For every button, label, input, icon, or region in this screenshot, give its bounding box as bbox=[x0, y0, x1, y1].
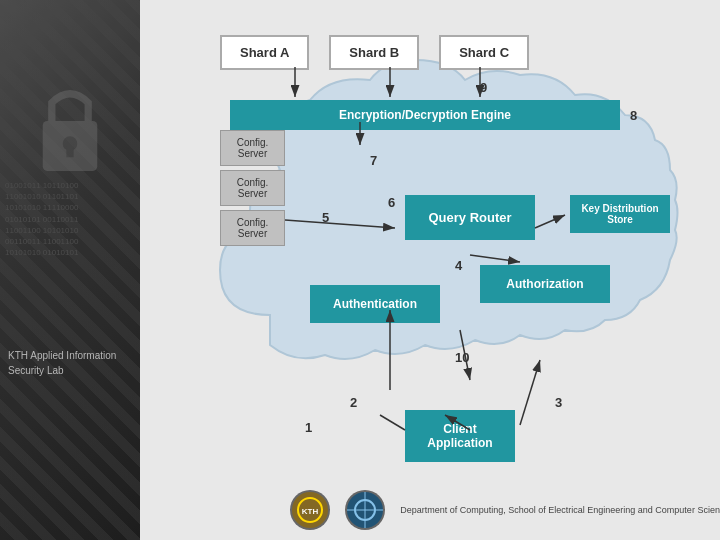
num-1-label: 1 bbox=[305, 420, 312, 435]
authentication-label: Authentication bbox=[333, 297, 417, 311]
num-4-label: 4 bbox=[455, 258, 462, 273]
client-application-box: Client Application bbox=[405, 410, 515, 462]
number-8: 8 bbox=[630, 108, 637, 123]
config-label-3: Config. Server bbox=[237, 217, 269, 239]
shard-c-box: Shard C bbox=[439, 35, 529, 70]
number-7: 7 bbox=[370, 153, 377, 168]
svg-rect-2 bbox=[66, 144, 73, 158]
key-distribution-label: Key Distribution Store bbox=[581, 203, 658, 225]
authentication-box: Authentication bbox=[310, 285, 440, 323]
footer-text-label: Department of Computing, School of Elect… bbox=[400, 505, 720, 515]
num-8-label: 8 bbox=[630, 108, 637, 123]
number-2: 2 bbox=[350, 395, 357, 410]
lock-icon bbox=[30, 80, 110, 180]
num-3-label: 3 bbox=[555, 395, 562, 410]
encryption-engine-label: Encryption/Decryption Engine bbox=[339, 108, 511, 122]
number-1: 1 bbox=[305, 420, 312, 435]
number-3: 3 bbox=[555, 395, 562, 410]
number-10: 10 bbox=[455, 350, 469, 365]
kth-info: KTH Applied Information Security Lab bbox=[0, 340, 140, 386]
num-6-label: 6 bbox=[388, 195, 395, 210]
encryption-engine-bar: Encryption/Decryption Engine bbox=[230, 100, 620, 130]
number-4: 4 bbox=[455, 258, 462, 273]
config-servers-group: Config. Server Config. Server Config. Se… bbox=[220, 130, 285, 246]
authorization-box: Authorization bbox=[480, 265, 610, 303]
query-router-box: Query Router bbox=[405, 195, 535, 240]
num-7-label: 7 bbox=[370, 153, 377, 168]
logo-2 bbox=[345, 490, 385, 530]
bg-text: 01001011 10110100 11001010 01101101 1010… bbox=[5, 180, 135, 258]
main-content: Shard A Shard B Shard C 9 Encryption/Dec… bbox=[140, 0, 720, 540]
num-2-label: 2 bbox=[350, 395, 357, 410]
logo-1: KTH bbox=[290, 490, 330, 530]
authorization-label: Authorization bbox=[506, 277, 583, 291]
footer-text: Department of Computing, School of Elect… bbox=[400, 504, 720, 517]
number-9: 9 bbox=[480, 80, 487, 95]
svg-text:KTH: KTH bbox=[302, 507, 319, 516]
institution-name: KTH Applied Information Security Lab bbox=[8, 350, 116, 376]
shards-row: Shard A Shard B Shard C bbox=[220, 35, 529, 70]
footer-area: KTH Department of Computing, School of E… bbox=[290, 490, 720, 530]
config-label-1: Config. Server bbox=[237, 137, 269, 159]
number-6: 6 bbox=[388, 195, 395, 210]
shard-b-label: Shard B bbox=[349, 45, 399, 60]
number-5: 5 bbox=[322, 210, 329, 225]
config-server-1: Config. Server bbox=[220, 130, 285, 166]
config-server-2: Config. Server bbox=[220, 170, 285, 206]
key-distribution-box: Key Distribution Store bbox=[570, 195, 670, 233]
config-label-2: Config. Server bbox=[237, 177, 269, 199]
num-9-label: 9 bbox=[480, 80, 487, 95]
config-server-3: Config. Server bbox=[220, 210, 285, 246]
shard-a-label: Shard A bbox=[240, 45, 289, 60]
shard-c-label: Shard C bbox=[459, 45, 509, 60]
shard-a-box: Shard A bbox=[220, 35, 309, 70]
client-application-label: Client Application bbox=[427, 422, 492, 450]
svg-line-15 bbox=[380, 415, 405, 430]
left-panel: 01001011 10110100 11001010 01101101 1010… bbox=[0, 0, 150, 540]
query-router-label: Query Router bbox=[428, 210, 511, 225]
shard-b-box: Shard B bbox=[329, 35, 419, 70]
num-10-label: 10 bbox=[455, 350, 469, 365]
num-5-label: 5 bbox=[322, 210, 329, 225]
